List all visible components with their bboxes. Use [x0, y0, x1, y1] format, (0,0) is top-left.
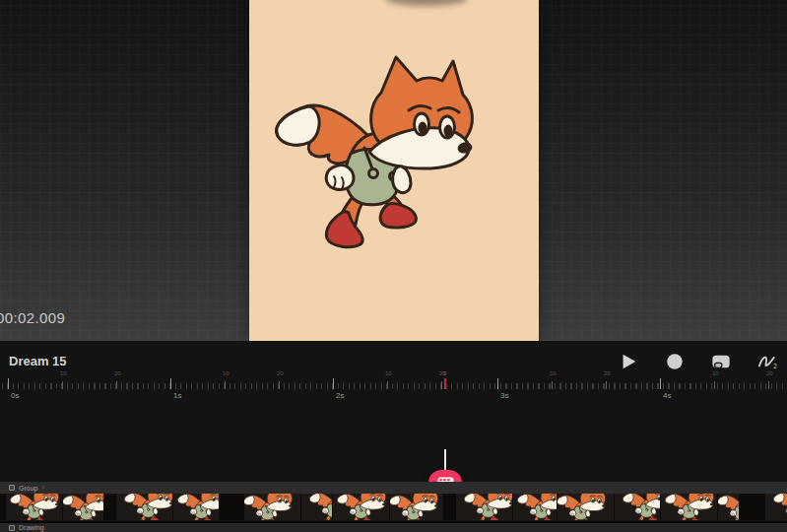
filmstrip-frame[interactable] [615, 494, 660, 520]
ruler-second-tick [660, 378, 661, 389]
ruler-frame-label: 20 [604, 370, 611, 376]
ruler-second-label: 4s [663, 391, 671, 400]
ruler-second-tick [8, 378, 9, 389]
group-track-icon [9, 485, 15, 491]
ruler-frame-tick [387, 381, 388, 389]
track-header-drawing[interactable]: Drawing [0, 521, 787, 532]
ruler-second-label: 1s [173, 391, 181, 400]
filmstrip-frame[interactable] [173, 494, 219, 520]
play-icon [619, 352, 638, 371]
app-root: { "workspace": { "timecode": "00:02.009"… [0, 0, 787, 532]
playhead-line [444, 449, 446, 472]
filmstrip-frame[interactable] [661, 494, 717, 520]
filmstrip-frame[interactable] [116, 494, 172, 520]
filmstrip-frame-art [513, 494, 557, 520]
ruler-second-tick [333, 378, 334, 389]
filmstrip-frame-art [333, 494, 389, 520]
filmstrip-frame[interactable] [456, 494, 512, 520]
ruler-frame-tick [441, 381, 442, 389]
filmstrip-frame-art [244, 494, 300, 520]
filmstrip-frame[interactable] [333, 494, 389, 520]
ruler-playhead-tick [444, 378, 446, 389]
project-title[interactable]: Dream 15 [9, 354, 67, 368]
ruler-frame-tick [768, 381, 769, 389]
ruler-second-tick [170, 378, 171, 389]
ruler-frame-label: 20 [766, 370, 773, 376]
ruler-frame-label: 10 [712, 370, 719, 376]
filmstrip-frame-art [173, 494, 219, 520]
filmstrip-frame-art [456, 494, 512, 520]
ruler-frame-label: 20 [277, 370, 284, 376]
ruler-frame-label: 20 [114, 370, 121, 376]
ruler-frame-label: 10 [550, 370, 557, 376]
draw-scribble-icon: 2 [756, 352, 778, 371]
timeline-panel: Dream 15 2 0s10201s [0, 341, 787, 532]
filmstrip-frame-art [63, 494, 103, 520]
animation-canvas[interactable] [249, 0, 539, 341]
filmstrip-frame[interactable] [6, 494, 62, 520]
ruler-frame-tick [62, 381, 63, 389]
scenes-icon [710, 352, 732, 371]
filmstrip-frame-art [615, 494, 660, 520]
workspace-background: 00:02.009 [0, 0, 787, 341]
ruler-second-tick [497, 378, 498, 389]
ruler-frame-tick [714, 381, 715, 389]
ruler-playhead-frame-label: 9 [443, 370, 446, 376]
filmstrip-frame-art [301, 494, 332, 520]
filmstrip-frame[interactable] [557, 494, 614, 520]
drawing-track-label: Drawing [19, 524, 44, 531]
ruler-frame-label: 10 [223, 370, 230, 376]
ruler-minor-ticks [2, 383, 787, 389]
timecode-readout: 00:02.009 [0, 309, 65, 326]
filmstrip-frame[interactable] [301, 494, 332, 520]
filmstrip-frame[interactable] [63, 494, 103, 520]
ruler-frame-tick [116, 381, 117, 389]
fox-character-drawing [265, 49, 492, 266]
ruler-frame-tick [279, 381, 280, 389]
record-button[interactable] [664, 351, 686, 372]
track-header-group[interactable]: Group › [0, 482, 787, 494]
filmstrip-frame[interactable] [718, 494, 739, 520]
ruler-frame-label: 10 [385, 370, 392, 376]
transport-controls: 2 [618, 351, 778, 372]
ruler-second-label: 0s [11, 391, 19, 400]
canvas-top-shadow [385, 0, 468, 6]
filmstrip-frame[interactable] [513, 494, 557, 520]
ruler-frame-label: 10 [60, 370, 67, 376]
filmstrip-frame-art [661, 494, 717, 520]
filmstrip-frame-art [718, 494, 739, 520]
filmstrip-frame-art [765, 494, 787, 520]
draw-mode-button[interactable]: 2 [756, 351, 778, 372]
group-track-filmstrip[interactable] [0, 494, 787, 520]
timeline-ruler[interactable]: 0s10201s10202s10203s10204s10209 [0, 374, 787, 404]
ruler-frame-tick [552, 381, 553, 389]
scenes-button[interactable] [710, 351, 732, 372]
ruler-second-label: 3s [500, 391, 508, 400]
chevron-right-icon: › [41, 484, 44, 492]
filmstrip-frame-art [557, 494, 614, 520]
drawing-track-icon [9, 525, 15, 531]
group-track-label: Group [19, 485, 37, 492]
filmstrip-frame-art [6, 494, 62, 520]
filmstrip-frame-art [116, 494, 172, 520]
filmstrip-frame[interactable] [244, 494, 300, 520]
svg-text:2: 2 [773, 363, 777, 369]
filmstrip-frame-art [390, 494, 443, 520]
ruler-second-label: 2s [336, 391, 344, 400]
filmstrip-frame[interactable] [390, 494, 443, 520]
ruler-frame-tick [606, 381, 607, 389]
ruler-frame-tick [225, 381, 226, 389]
play-button[interactable] [618, 351, 639, 372]
filmstrip-frame[interactable] [765, 494, 787, 520]
record-icon [665, 352, 685, 371]
